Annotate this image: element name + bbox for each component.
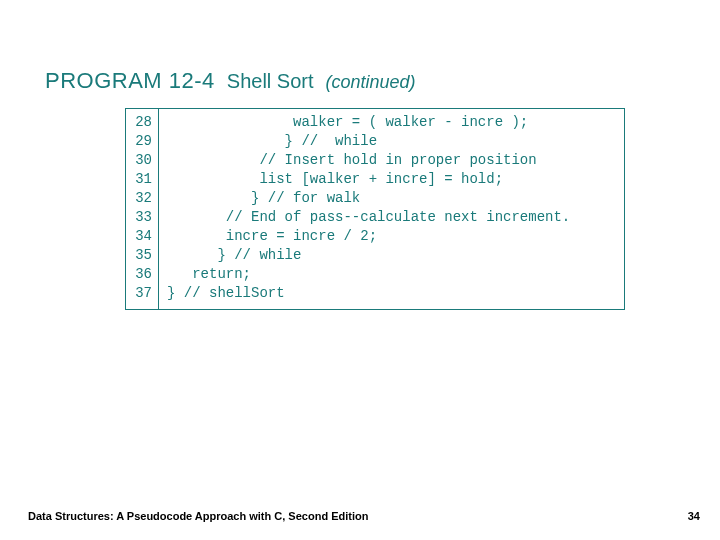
line-number-column: 28 29 30 31 32 33 34 35 36 37: [126, 109, 159, 309]
program-name: Shell Sort: [227, 70, 314, 93]
code-line: } // shellSort: [167, 284, 616, 303]
program-label: PROGRAM 12-4: [45, 68, 215, 94]
line-number: 37: [132, 284, 152, 303]
code-line: } // for walk: [167, 189, 616, 208]
line-number: 32: [132, 189, 152, 208]
line-number: 28: [132, 113, 152, 132]
footer: Data Structures: A Pseudocode Approach w…: [0, 510, 720, 522]
line-number: 29: [132, 132, 152, 151]
line-number: 34: [132, 227, 152, 246]
program-heading: PROGRAM 12-4 Shell Sort (continued): [45, 68, 675, 94]
code-listing: 28 29 30 31 32 33 34 35 36 37 walker = (…: [125, 108, 625, 310]
code-line: incre = incre / 2;: [167, 227, 616, 246]
page-number: 34: [688, 510, 700, 522]
line-number: 35: [132, 246, 152, 265]
line-number: 36: [132, 265, 152, 284]
line-number: 33: [132, 208, 152, 227]
program-continued: (continued): [326, 72, 416, 93]
code-column: walker = ( walker - incre ); } // while …: [159, 109, 624, 309]
code-line: list [walker + incre] = hold;: [167, 170, 616, 189]
footer-title: Data Structures: A Pseudocode Approach w…: [28, 510, 368, 522]
code-line: // Insert hold in proper position: [167, 151, 616, 170]
code-line: walker = ( walker - incre );: [167, 113, 616, 132]
code-line: return;: [167, 265, 616, 284]
line-number: 30: [132, 151, 152, 170]
code-line: } // while: [167, 132, 616, 151]
slide: PROGRAM 12-4 Shell Sort (continued) 28 2…: [0, 0, 720, 540]
line-number: 31: [132, 170, 152, 189]
code-line: // End of pass--calculate next increment…: [167, 208, 616, 227]
code-line: } // while: [167, 246, 616, 265]
